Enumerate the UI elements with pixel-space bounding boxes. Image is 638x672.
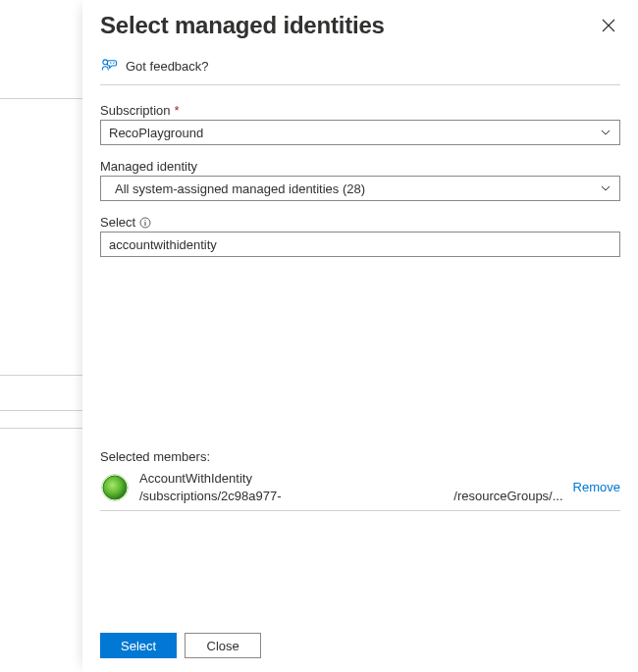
member-name: AccountWithIdentity: [139, 470, 563, 488]
svg-point-4: [103, 476, 127, 499]
member-text: AccountWithIdentity /subscriptions/2c98a…: [139, 470, 563, 504]
subscription-dropdown[interactable]: RecoPlayground: [100, 120, 620, 145]
subscription-value: RecoPlayground: [109, 126, 203, 140]
selected-members-section: Selected members: AccountWithIden: [100, 449, 620, 511]
info-icon[interactable]: [139, 217, 151, 229]
remove-link[interactable]: Remove: [573, 480, 620, 494]
managed-identity-label: Managed identity: [100, 159, 620, 174]
select-label: Select: [100, 215, 620, 230]
select-input[interactable]: [100, 232, 620, 257]
panel-title: Select managed identities: [100, 12, 385, 39]
required-asterisk: *: [175, 103, 180, 118]
close-button[interactable]: [597, 14, 620, 37]
member-path: /subscriptions/2c98a977- /resourceGroups…: [139, 488, 563, 505]
field-select: Select: [100, 215, 620, 257]
form-area: Subscription * RecoPlayground Managed id…: [82, 85, 638, 271]
feedback-link[interactable]: Got feedback?: [100, 53, 620, 84]
svg-point-0: [103, 60, 108, 65]
subscription-label: Subscription *: [100, 103, 620, 118]
field-subscription: Subscription * RecoPlayground: [100, 103, 620, 145]
managed-identity-value: All system-assigned managed identities (…: [109, 181, 365, 196]
select-managed-identities-panel: Select managed identities Got feedback? …: [82, 0, 638, 672]
svg-rect-3: [145, 222, 146, 226]
svg-point-2: [144, 219, 145, 220]
select-button[interactable]: Select: [100, 633, 177, 658]
field-managed-identity: Managed identity All system-assigned man…: [100, 159, 620, 201]
background-pane: [0, 0, 82, 672]
panel-footer: Select Close: [82, 619, 638, 672]
close-icon: [602, 19, 615, 32]
feedback-label: Got feedback?: [126, 59, 209, 74]
selected-members-title: Selected members:: [100, 449, 620, 464]
panel-header: Select managed identities: [82, 0, 638, 53]
feedback-bar: Got feedback?: [100, 53, 620, 85]
feedback-icon: [100, 57, 118, 75]
close-footer-button[interactable]: Close: [185, 633, 261, 658]
identity-icon: [100, 473, 130, 502]
selected-member-row: AccountWithIdentity /subscriptions/2c98a…: [100, 468, 620, 511]
chevron-down-icon: [600, 127, 611, 138]
managed-identity-dropdown[interactable]: All system-assigned managed identities (…: [100, 176, 620, 201]
chevron-down-icon: [600, 182, 611, 194]
